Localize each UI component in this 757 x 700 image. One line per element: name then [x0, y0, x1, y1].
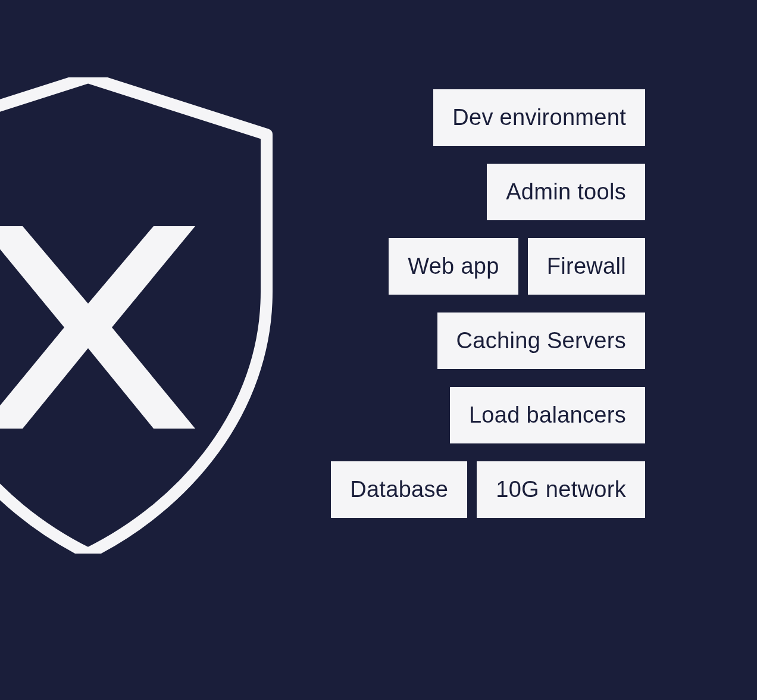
tag-load-balancers: Load balancers	[450, 387, 645, 443]
shield-x-icon	[0, 77, 277, 554]
tag-web-app: Web app	[389, 238, 518, 295]
tag-database: Database	[331, 461, 467, 518]
tag-row-2: Admin tools	[487, 164, 645, 220]
tag-row-4: Caching Servers	[437, 312, 645, 369]
tag-dev-environment: Dev environment	[433, 89, 645, 146]
tag-row-6: Database 10G network	[331, 461, 645, 518]
tag-caching-servers: Caching Servers	[437, 312, 645, 369]
tag-firewall: Firewall	[528, 238, 645, 295]
tags-list: Dev environment Admin tools Web app Fire…	[331, 89, 645, 518]
tag-admin-tools: Admin tools	[487, 164, 645, 220]
tag-row-5: Load balancers	[450, 387, 645, 443]
tag-10g-network: 10G network	[477, 461, 645, 518]
tag-row-1: Dev environment	[433, 89, 645, 146]
tag-row-3: Web app Firewall	[389, 238, 645, 295]
